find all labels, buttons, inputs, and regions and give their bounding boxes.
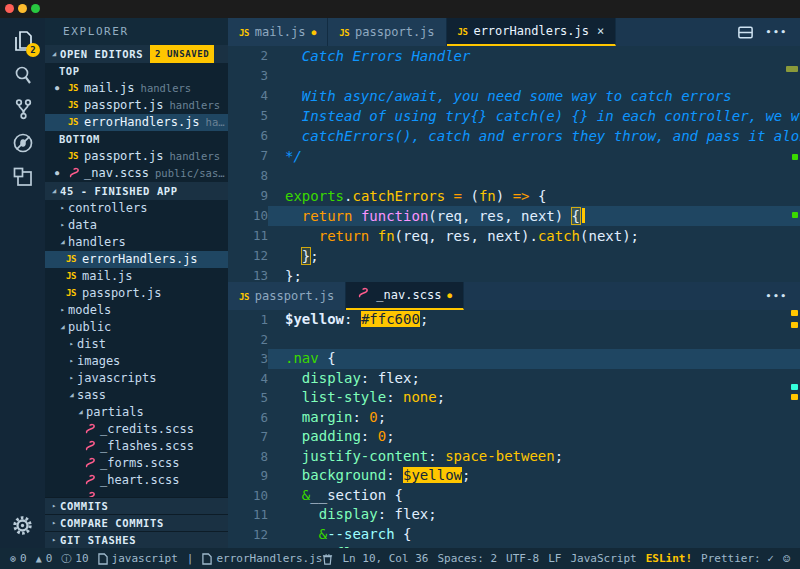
traffic-light-zoom[interactable] (31, 4, 40, 13)
line-number: 3 (228, 66, 268, 86)
code-line[interactable]: 12 }; (228, 246, 800, 266)
status-item-error[interactable]: ⊗0 (10, 552, 27, 565)
tree-item-dist[interactable]: ▸dist (45, 336, 228, 353)
chevron-collapsed-icon: ▸ (66, 336, 77, 353)
source-control-icon[interactable] (0, 92, 45, 126)
code-line[interactable]: 4 With async/await, you need some way to… (228, 86, 800, 106)
more-actions-icon[interactable]: ••• (766, 27, 788, 37)
code-text: return fn(req, res, next).catch(next); (285, 226, 800, 246)
code-line[interactable]: 1$yellow: #ffc600; (228, 310, 800, 330)
traffic-light-close[interactable] (5, 4, 14, 13)
tab-label: passport.js (355, 25, 434, 39)
code-line[interactable]: 5 list-style: none; (228, 388, 800, 408)
code-line[interactable]: 5 Instead of using try{} catch(e) {} in … (228, 106, 800, 126)
open-editor-item[interactable]: ●_nav.scsspublic/sass/pa… (45, 165, 228, 182)
section-commits[interactable]: ▸COMMITS (45, 497, 228, 514)
close-icon[interactable]: × (597, 24, 604, 38)
status-item-info[interactable]: ⓘ10 (61, 552, 88, 566)
line-number: 4 (228, 369, 268, 389)
overview-ruler[interactable] (790, 310, 800, 548)
status-item-smiley[interactable]: ☺ (783, 552, 790, 566)
code-line[interactable]: 9 background: $yellow; (228, 466, 800, 486)
editor-top[interactable]: 2 Catch Errors Handler34 With async/awai… (228, 46, 800, 282)
tree-item-public[interactable]: ◢public (45, 319, 228, 336)
status-item[interactable]: | (187, 552, 194, 565)
code-line[interactable]: 10 return function(req, res, next) { (228, 206, 800, 226)
settings-gear-icon[interactable] (0, 508, 45, 542)
debug-icon[interactable] (0, 126, 45, 160)
status-item[interactable]: Prettier: ✓ (701, 552, 774, 565)
folder-section-header[interactable]: ◢ 45 - FINISHED APP (45, 182, 228, 200)
code-text (285, 330, 800, 350)
status-item[interactable]: UTF-8 (506, 552, 539, 565)
editor-bottom[interactable]: 1$yellow: #ffc600;23.nav {4 display: fle… (228, 310, 800, 548)
status-item[interactable]: JavaScript (570, 552, 636, 565)
section-compare-commits[interactable]: ▸COMPARE COMMITS (45, 514, 228, 531)
status-item[interactable]: Ln 10, Col 36 (342, 552, 428, 565)
status-item-trash[interactable] (322, 553, 333, 565)
tab-passport.js[interactable]: JSpassport.js (228, 282, 346, 310)
status-item-page[interactable]: javascript (98, 552, 178, 565)
split-editor-icon[interactable] (737, 24, 754, 41)
traffic-light-minimize[interactable] (18, 4, 27, 13)
status-item-warning[interactable]: ▲0 (36, 552, 53, 565)
js-file-icon: JS (66, 268, 82, 285)
status-label: Ln 10, Col 36 (342, 552, 428, 565)
tree-item-data[interactable]: ▸data (45, 217, 228, 234)
line-number: 5 (228, 388, 268, 408)
code-line[interactable]: 8 (228, 166, 800, 186)
search-icon[interactable] (0, 58, 45, 92)
status-item-page[interactable]: errorHandlers.js (202, 552, 322, 565)
status-label: javascript (112, 552, 178, 565)
code-line[interactable]: 3.nav { (228, 349, 800, 369)
more-actions-icon[interactable]: ••• (766, 291, 788, 301)
code-line[interactable]: 2 Catch Errors Handler (228, 46, 800, 66)
tree-item-errorHandlers.js[interactable]: JSerrorHandlers.js (45, 251, 228, 268)
tree-item-_forms.scss[interactable]: _forms.scss (45, 455, 228, 472)
tab-errorHandlers.js[interactable]: JSerrorHandlers.js× (447, 18, 617, 46)
open-editors-header[interactable]: ◢ OPEN EDITORS 2 UNSAVED (45, 45, 228, 63)
open-editor-item[interactable]: JSpassport.jshandlers (45, 97, 228, 114)
code-line[interactable]: 12 &--search { (228, 525, 800, 545)
code-line[interactable]: 6 margin: 0; (228, 408, 800, 428)
tree-item-handlers[interactable]: ◢handlers (45, 234, 228, 251)
tree-item-javascripts[interactable]: ▸javascripts (45, 370, 228, 387)
open-editor-item[interactable]: JSerrorHandlers.jshandler… (45, 114, 228, 131)
code-line[interactable]: 3 (228, 66, 800, 86)
extensions-icon[interactable] (0, 160, 45, 194)
status-item[interactable]: ESLint! (646, 552, 692, 565)
line-number: 2 (228, 330, 268, 350)
tree-item-_heart.scss[interactable]: _heart.scss (45, 472, 228, 489)
code-line[interactable]: 11 display: flex; (228, 505, 800, 525)
tab-passport.js[interactable]: JSpassport.js (328, 18, 446, 46)
tab-mail.js[interactable]: JSmail.js● (228, 18, 328, 46)
code-line[interactable]: 7*/ (228, 146, 800, 166)
code-text: background: $yellow; (285, 466, 800, 486)
code-line[interactable]: 13}; (228, 266, 800, 282)
code-line[interactable]: 6 catchErrors(), catch and errors they t… (228, 126, 800, 146)
tab-_nav.scss[interactable]: _nav.scss● (346, 282, 464, 310)
code-line[interactable]: 11 return fn(req, res, next).catch(next)… (228, 226, 800, 246)
tree-item-images[interactable]: ▸images (45, 353, 228, 370)
tree-item-partials[interactable]: ◢partials (45, 404, 228, 421)
code-line[interactable]: 2 (228, 330, 800, 350)
code-line[interactable]: 8 justify-content: space-between; (228, 447, 800, 467)
code-line[interactable]: 9exports.catchErrors = (fn) => { (228, 186, 800, 206)
tree-item-passport.js[interactable]: JSpassport.js (45, 285, 228, 302)
tree-item-_credits.scss[interactable]: _credits.scss (45, 421, 228, 438)
tree-item-_flashes.scss[interactable]: _flashes.scss (45, 438, 228, 455)
overview-ruler[interactable] (790, 46, 800, 282)
section-git-stashes[interactable]: ▸GIT STASHES (45, 531, 228, 548)
status-item[interactable]: LF (548, 552, 561, 565)
code-line[interactable]: 7 padding: 0; (228, 427, 800, 447)
tree-item-mail.js[interactable]: JSmail.js (45, 268, 228, 285)
tree-item-sass[interactable]: ◢sass (45, 387, 228, 404)
code-line[interactable]: 4 display: flex; (228, 369, 800, 389)
tree-item-models[interactable]: ▸models (45, 302, 228, 319)
open-editor-item[interactable]: ●JSmail.jshandlers (45, 80, 228, 97)
open-editor-item[interactable]: JSpassport.jshandlers (45, 148, 228, 165)
code-line[interactable]: 10 &__section { (228, 486, 800, 506)
status-item[interactable]: Spaces: 2 (437, 552, 497, 565)
tree-item-controllers[interactable]: ▸controllers (45, 200, 228, 217)
explorer-icon[interactable]: 2 (0, 24, 45, 58)
